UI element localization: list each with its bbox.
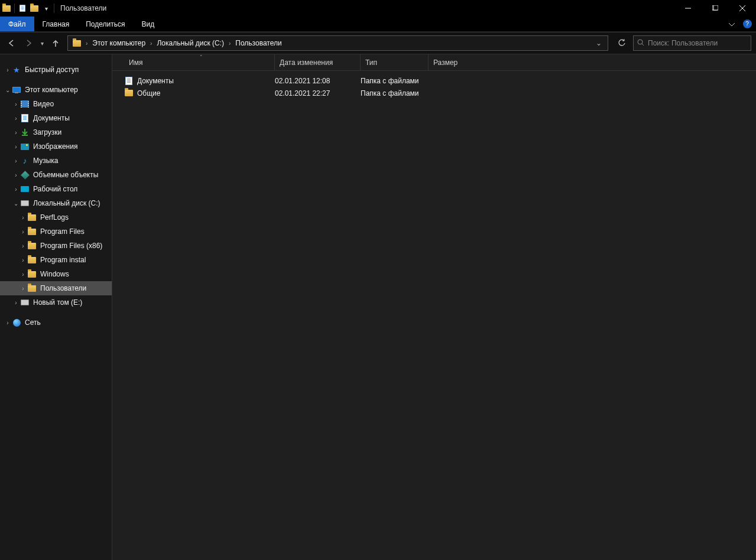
nav-up-button[interactable] <box>48 36 63 50</box>
tree-item-folder[interactable]: › PerfLogs <box>0 210 112 224</box>
title-bar: ▾ Пользователи <box>0 0 756 17</box>
tree-drive-c[interactable]: ⌄ Локальный диск (C:) <box>0 196 112 210</box>
maximize-button[interactable] <box>702 0 729 17</box>
tree-label: Новый том (E:) <box>33 298 82 307</box>
tree-network[interactable]: › Сеть <box>0 315 112 330</box>
tree-label: Быстрый доступ <box>25 66 79 74</box>
breadcrumb-root-icon[interactable] <box>70 40 83 47</box>
column-headers: Имя ˄ Дата изменения Тип Размер <box>112 54 756 71</box>
file-type: Папка с файлами <box>356 77 424 85</box>
tree-item[interactable]: › Видео <box>0 97 112 111</box>
nav-recent-icon[interactable]: ▾ <box>38 36 46 50</box>
drive-icon <box>20 198 30 208</box>
qat-newfolder-icon[interactable] <box>29 3 40 14</box>
chevron-right-icon[interactable]: › <box>19 271 27 278</box>
tree-quick-access[interactable]: › ★ Быстрый доступ <box>0 63 112 77</box>
tree-label: Program Files <box>40 227 85 236</box>
tree-item-folder[interactable]: › Windows <box>0 267 112 281</box>
qat-customize-icon[interactable]: ▾ <box>41 3 51 14</box>
folder-icon <box>27 269 37 279</box>
column-type[interactable]: Тип <box>361 54 429 70</box>
chevron-right-icon[interactable]: › <box>4 67 12 73</box>
folder-icon <box>27 284 37 293</box>
folder-icon <box>27 255 37 265</box>
breadcrumb-item[interactable]: Локальный диск (C:) <box>154 39 226 47</box>
address-bar[interactable]: › Этот компьютер › Локальный диск (C:) ›… <box>67 35 608 51</box>
folder-icon <box>27 241 37 250</box>
tree-item-folder[interactable]: › Program instal <box>0 253 112 267</box>
chevron-right-icon[interactable]: › <box>12 172 20 178</box>
tree-item-folder[interactable]: › Program Files (x86) <box>0 239 112 253</box>
tree-label: Музыка <box>33 157 58 165</box>
dl-icon <box>20 128 30 137</box>
chevron-right-icon[interactable]: › <box>148 40 154 47</box>
file-row[interactable]: Документы 02.01.2021 12:08 Папка с файла… <box>119 74 756 87</box>
file-name: Документы <box>137 77 174 85</box>
chevron-right-icon[interactable]: › <box>19 285 27 292</box>
tree-drive-e[interactable]: › Новый том (E:) <box>0 295 112 310</box>
nav-forward-button[interactable] <box>21 36 35 50</box>
ribbon-tabs: Файл Главная Поделиться Вид ? <box>0 17 756 32</box>
file-pane: Имя ˄ Дата изменения Тип Размер Документ… <box>112 54 756 560</box>
column-size[interactable]: Размер <box>429 54 476 70</box>
close-button[interactable] <box>729 0 756 17</box>
search-box[interactable] <box>633 35 751 51</box>
chevron-down-icon[interactable]: ⌄ <box>12 200 20 207</box>
breadcrumb-item[interactable]: Пользователи <box>233 39 284 47</box>
chevron-right-icon[interactable]: › <box>83 40 90 47</box>
qat-properties-icon[interactable] <box>17 3 28 14</box>
ribbon-expand-icon[interactable] <box>723 17 741 31</box>
chevron-right-icon[interactable]: › <box>12 101 20 108</box>
address-history-icon[interactable]: ⌄ <box>592 39 605 47</box>
tree-item[interactable]: › ♪ Музыка <box>0 154 112 168</box>
tree-label: Этот компьютер <box>25 86 78 94</box>
tree-item-folder[interactable]: › Пользователи <box>0 281 112 295</box>
tree-item[interactable]: › Рабочий стол <box>0 182 112 196</box>
tab-file[interactable]: Файл <box>0 17 34 31</box>
tree-label: Program instal <box>40 256 86 264</box>
chevron-right-icon[interactable]: › <box>19 257 27 263</box>
chevron-right-icon[interactable]: › <box>12 115 20 122</box>
tab-view[interactable]: Вид <box>133 17 163 31</box>
tree-item[interactable]: › Объемные объекты <box>0 168 112 182</box>
tab-home[interactable]: Главная <box>34 17 78 31</box>
svg-rect-2 <box>713 5 718 10</box>
tree-label: Рабочий стол <box>33 185 77 193</box>
file-row[interactable]: Общие 02.01.2021 22:27 Папка с файлами <box>119 87 756 99</box>
tree-item[interactable]: › Загрузки <box>0 125 112 139</box>
column-label: Имя <box>129 58 142 67</box>
breadcrumb-item[interactable]: Этот компьютер <box>90 39 148 47</box>
chevron-right-icon[interactable]: › <box>226 40 233 47</box>
chevron-right-icon[interactable]: › <box>4 320 12 326</box>
tree-label: Изображения <box>33 142 77 151</box>
tree-item[interactable]: › Документы <box>0 111 112 125</box>
chevron-right-icon[interactable]: › <box>12 129 20 136</box>
help-button[interactable]: ? <box>741 17 754 31</box>
chevron-right-icon[interactable]: › <box>12 144 20 150</box>
nav-bar: ▾ › Этот компьютер › Локальный диск (C:)… <box>0 32 756 54</box>
chevron-right-icon[interactable]: › <box>19 243 27 249</box>
tree-label: PerfLogs <box>40 213 69 222</box>
folder-icon <box>27 213 37 222</box>
chevron-right-icon[interactable]: › <box>12 299 20 306</box>
tree-label: Документы <box>33 114 70 122</box>
nav-back-button[interactable] <box>5 36 19 50</box>
tree-label: Пользователи <box>40 284 86 292</box>
column-date[interactable]: Дата изменения <box>275 54 361 70</box>
tree-this-pc[interactable]: ⌄ Этот компьютер <box>0 83 112 97</box>
search-input[interactable] <box>648 39 747 47</box>
chevron-right-icon[interactable]: › <box>12 186 20 193</box>
chevron-right-icon[interactable]: › <box>19 229 27 235</box>
tab-share[interactable]: Поделиться <box>77 17 133 31</box>
tree-item-folder[interactable]: › Program Files <box>0 224 112 239</box>
pc-icon <box>12 85 21 95</box>
tree-label: Program Files (x86) <box>40 242 102 250</box>
refresh-button[interactable] <box>613 35 631 51</box>
tree-item[interactable]: › Изображения <box>0 139 112 154</box>
vid-icon <box>20 99 30 109</box>
chevron-down-icon[interactable]: ⌄ <box>4 87 12 93</box>
chevron-right-icon[interactable]: › <box>12 158 20 164</box>
file-date: 02.01.2021 22:27 <box>270 89 356 97</box>
minimize-button[interactable] <box>674 0 702 17</box>
chevron-right-icon[interactable]: › <box>19 214 27 221</box>
